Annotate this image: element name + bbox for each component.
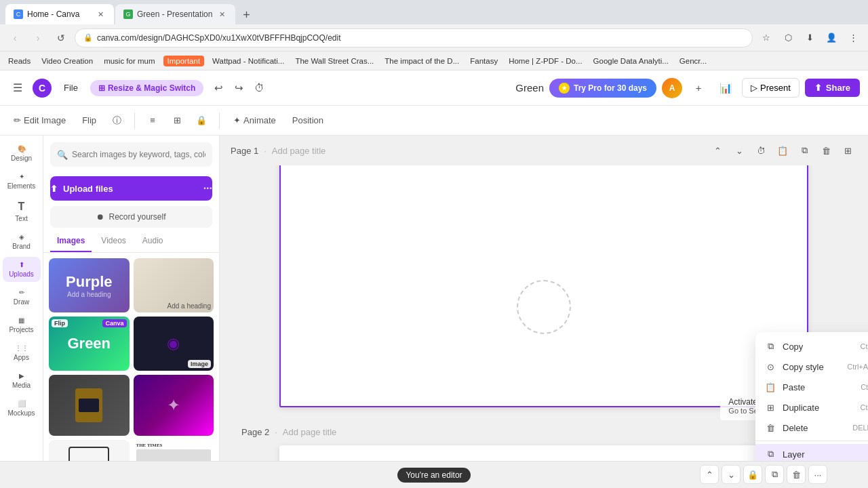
upload-files-button[interactable]: ⬆ Upload files ··· [50,176,212,201]
image-placeholder-2[interactable]: ◉ Image [134,317,214,371]
align-icon[interactable]: ≡ [143,111,162,130]
photo-desk[interactable] [49,375,130,436]
address-bar[interactable]: 🔒 canva.com/design/DAGHCSpXD0/xu1XwX0tVB… [75,28,753,47]
sidebar-item-text[interactable]: T Text [3,197,41,226]
new-tab-button[interactable]: + [237,5,256,24]
resize-magic-switch-button[interactable]: ⊞ Resize & Magic Switch [90,80,203,96]
search-input[interactable] [72,150,205,159]
more-options-icon[interactable]: ⋮ [844,28,863,47]
zoom-more-icon[interactable]: ··· [808,465,827,484]
tab-videos[interactable]: Videos [94,230,132,252]
page1-notes-icon[interactable]: 📋 [773,141,792,160]
present-button[interactable]: ▷ Present [742,78,800,98]
filter-icon[interactable]: ⊞ [167,111,186,130]
try-pro-button[interactable]: ★ Try Pro for 30 days [549,79,656,98]
sidebar-item-elements[interactable]: ✦ Elements [3,169,41,194]
menu-item-paste[interactable]: 📋 Paste Ctrl+V [755,377,868,397]
profile-icon[interactable]: 👤 [822,28,841,47]
page1-down-icon[interactable]: ⌄ [730,141,749,160]
info-icon[interactable]: ⓘ [107,111,126,130]
canvas-page2[interactable] [279,445,808,461]
position-button[interactable]: Position [287,113,329,128]
bookmark-important[interactable]: Important [163,56,205,66]
analytics-button[interactable]: 📊 [715,77,736,99]
page1-more-icon[interactable]: ⊞ [838,141,857,160]
sidebar-item-projects[interactable]: ▦ Projects [3,312,41,338]
bookmark-gencraft[interactable]: Gencr... [677,56,709,66]
tab-canva[interactable]: C Home - Canva ✕ [5,4,114,24]
photo-sketch[interactable]: 👤 [49,440,130,461]
timer-button[interactable]: ⏱ [250,79,269,98]
menu-item-copy-style[interactable]: ⊙ Copy style Ctrl+Alt+C [755,357,868,377]
bookmark-impact[interactable]: The impact of the D... [382,56,462,66]
upload-more-icon[interactable]: ··· [203,182,212,195]
menu-item-copy[interactable]: ⧉ Copy Ctrl+C [755,336,868,357]
page1-title-input[interactable]: Add page title [272,146,326,156]
bookmark-fantasy[interactable]: Fantasy [467,56,500,66]
flip-button[interactable]: Flip [77,113,102,128]
canvas-page1[interactable]: ↺ [279,165,808,407]
tab-audio[interactable]: Audio [136,230,170,252]
page1-delete-icon[interactable]: 🗑 [816,141,835,160]
zoom-copy-icon[interactable]: ⧉ [765,465,784,484]
tab-green[interactable]: G Green - Presentation ✕ [115,4,235,24]
bookmark-music[interactable]: music for mum [101,56,157,66]
sidebar-apps-label: Apps [14,354,29,361]
menu-item-delete[interactable]: 🗑 Delete DELETE [755,418,868,438]
animate-button[interactable]: ✦ Animate [228,113,281,128]
sidebar-item-uploads[interactable]: ⬆ Uploads [3,257,41,282]
page1-up-icon[interactable]: ⌃ [708,141,727,160]
zoom-down-icon[interactable]: ⌃ [700,465,719,484]
bookmark-zpdf[interactable]: Home | Z-PDF - Do... [506,56,585,66]
toolbar-left: ☰ C File ⊞ Resize & Magic Switch ↩ ↪ ⏱ [8,79,510,98]
canva-logo[interactable]: C [33,79,52,98]
sidebar-item-media[interactable]: ▶ Media [3,368,41,393]
downloads-icon[interactable]: ⬇ [800,28,819,47]
page2-label: Page 2 [241,427,269,437]
sidebar-item-design[interactable]: 🎨 Design [3,141,41,166]
zoom-delete-icon[interactable]: 🗑 [787,465,806,484]
zoom-lock-icon[interactable]: 🔒 [743,465,762,484]
page1-copy-icon[interactable]: ⧉ [795,141,814,160]
bookmark-star-icon[interactable]: ☆ [757,28,776,47]
bookmark-wsj[interactable]: The Wall Street Cras... [292,56,376,66]
bookmark-wattpad[interactable]: Wattpad - Notificati... [210,56,287,66]
hamburger-menu-icon[interactable]: ☰ [8,79,27,98]
sidebar-item-apps[interactable]: ⋮⋮ Apps [3,340,41,365]
share-button[interactable]: ⬆ Share [805,79,860,97]
sidebar-item-brand[interactable]: ◈ Brand [3,229,41,254]
bookmark-video[interactable]: Video Creation [39,56,96,66]
search-box[interactable]: 🔍 [50,142,212,167]
present-label: Present [760,83,791,93]
page1-duration-icon[interactable]: ⏱ [751,141,770,160]
user-avatar[interactable]: A [662,78,682,98]
reload-button[interactable]: ↺ [52,28,71,47]
purple-template-card[interactable]: Purple Add a heading [49,258,130,312]
photo-fantasy[interactable]: ✦ [134,375,214,436]
bookmark-google-data[interactable]: Google Data Analyti... [591,56,671,66]
photo-newspaper[interactable]: THE TIMES [134,440,214,461]
add-user-button[interactable]: + [688,77,709,99]
forward-button[interactable]: › [28,28,47,47]
redo-button[interactable]: ↪ [229,79,248,98]
record-yourself-button[interactable]: ⏺ Record yourself [50,206,212,228]
sidebar-item-draw[interactable]: ✏ Draw [3,285,41,310]
bookmark-reads[interactable]: Reads [5,56,33,66]
tab-canva-close[interactable]: ✕ [95,9,106,20]
image-placeholder-1[interactable]: Add a heading [134,258,214,312]
tab-green-close[interactable]: ✕ [216,9,227,20]
file-button[interactable]: File [57,80,85,96]
extensions-icon[interactable]: ⬡ [778,28,797,47]
lock-icon[interactable]: 🔒 [192,111,211,130]
sidebar-item-mockups[interactable]: ⬜ Mockups [3,396,41,421]
page1-label: Page 1 [231,146,258,156]
undo-button[interactable]: ↩ [209,79,228,98]
edit-image-button[interactable]: ✏ Edit Image [8,113,71,128]
green-template-card[interactable]: Green Flip Canva [49,317,130,371]
menu-item-duplicate[interactable]: ⊞ Duplicate Ctrl+D [755,397,868,418]
page2-title-input[interactable]: Add page title [283,427,337,437]
tab-images[interactable]: Images [50,230,92,252]
back-button[interactable]: ‹ [5,28,24,47]
zoom-up-icon[interactable]: ⌄ [722,465,741,484]
menu-item-layer[interactable]: ⧉ Layer › [755,444,868,461]
